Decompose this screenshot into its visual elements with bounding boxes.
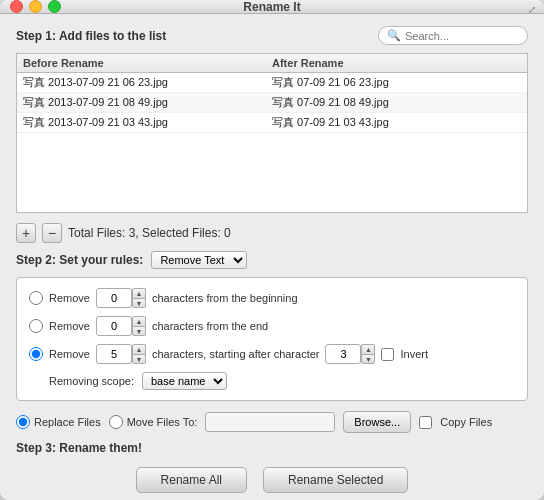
minimize-button[interactable] bbox=[29, 0, 42, 13]
main-window: Rename It ⤢ Step 1: Add files to the lis… bbox=[0, 0, 544, 500]
replace-radio[interactable] bbox=[16, 415, 30, 429]
file-table: Before Rename After Rename 写真 2013-07-09… bbox=[16, 53, 528, 213]
table-footer: + − Total Files: 3, Selected Files: 0 bbox=[16, 223, 528, 243]
scope-label: Removing scope: bbox=[49, 375, 134, 387]
rule3-up[interactable]: ▲ bbox=[132, 344, 146, 354]
rule3-radio[interactable] bbox=[29, 347, 43, 361]
rule-panel: Remove ▲ ▼ characters from the beginning… bbox=[16, 277, 528, 401]
step2-header: Step 2: Set your rules: Remove TextAdd T… bbox=[16, 251, 528, 269]
table-header: Before Rename After Rename bbox=[17, 54, 527, 73]
rule1-up[interactable]: ▲ bbox=[132, 288, 146, 298]
rule3-char-down[interactable]: ▼ bbox=[361, 354, 375, 364]
move-radio-item: Move Files To: bbox=[109, 415, 198, 429]
rule2-stepper-group: ▲ ▼ bbox=[96, 316, 146, 336]
step3-label-container: Step 3: Rename them! bbox=[16, 441, 528, 455]
rule-row-2: Remove ▲ ▼ characters from the end bbox=[29, 316, 515, 336]
search-icon: 🔍 bbox=[387, 29, 401, 42]
invert-label: Invert bbox=[400, 348, 428, 360]
rule3-char-stepper-group: ▲ ▼ bbox=[325, 344, 375, 364]
step1-header: Step 1: Add files to the list 🔍 bbox=[16, 26, 528, 45]
rule1-stepper: ▲ ▼ bbox=[132, 288, 146, 308]
content-area: Step 1: Add files to the list 🔍 Before R… bbox=[0, 14, 544, 500]
remove-file-button[interactable]: − bbox=[42, 223, 62, 243]
rule2-radio[interactable] bbox=[29, 319, 43, 333]
copy-label: Copy Files bbox=[440, 416, 492, 428]
resize-handle[interactable]: ⤢ bbox=[528, 4, 540, 16]
rule2-text: characters from the end bbox=[152, 320, 268, 332]
before-cell: 写真 2013-07-09 21 03 43.jpg bbox=[23, 115, 272, 130]
after-cell: 写真 07-09 21 03 43.jpg bbox=[272, 115, 521, 130]
traffic-lights bbox=[10, 0, 61, 13]
rule2-down[interactable]: ▼ bbox=[132, 326, 146, 336]
rename-all-button[interactable]: Rename All bbox=[136, 467, 247, 493]
col-before: Before Rename bbox=[23, 57, 272, 69]
rule3-char-number[interactable] bbox=[325, 344, 361, 364]
rule1-text: characters from the beginning bbox=[152, 292, 298, 304]
search-box: 🔍 bbox=[378, 26, 528, 45]
after-cell: 写真 07-09 21 08 49.jpg bbox=[272, 95, 521, 110]
replace-radio-item: Replace Files bbox=[16, 415, 101, 429]
rule-row-1: Remove ▲ ▼ characters from the beginning bbox=[29, 288, 515, 308]
scope-select[interactable]: base nameextensionfull name bbox=[142, 372, 227, 390]
search-input[interactable] bbox=[405, 30, 525, 42]
copy-checkbox[interactable] bbox=[419, 416, 432, 429]
replace-label: Replace Files bbox=[34, 416, 101, 428]
before-cell: 写真 2013-07-09 21 08 49.jpg bbox=[23, 95, 272, 110]
move-path-input[interactable] bbox=[205, 412, 335, 432]
rule1-number[interactable] bbox=[96, 288, 132, 308]
files-info: Total Files: 3, Selected Files: 0 bbox=[68, 226, 231, 240]
rule-select[interactable]: Remove TextAdd TextReplace TextNumber Fi… bbox=[151, 251, 247, 269]
titlebar: Rename It ⤢ bbox=[0, 0, 544, 14]
step2-label: Step 2: Set your rules: bbox=[16, 253, 143, 267]
before-cell: 写真 2013-07-09 21 06 23.jpg bbox=[23, 75, 272, 90]
rule1-down[interactable]: ▼ bbox=[132, 298, 146, 308]
move-label: Move Files To: bbox=[127, 416, 198, 428]
invert-checkbox[interactable] bbox=[381, 348, 394, 361]
move-radio[interactable] bbox=[109, 415, 123, 429]
maximize-button[interactable] bbox=[48, 0, 61, 13]
rule3-down[interactable]: ▼ bbox=[132, 354, 146, 364]
browse-button[interactable]: Browse... bbox=[343, 411, 411, 433]
add-file-button[interactable]: + bbox=[16, 223, 36, 243]
table-row[interactable]: 写真 2013-07-09 21 06 23.jpg写真 07-09 21 06… bbox=[17, 73, 527, 93]
table-body: 写真 2013-07-09 21 06 23.jpg写真 07-09 21 06… bbox=[17, 73, 527, 133]
scope-row: Removing scope: base nameextensionfull n… bbox=[29, 372, 515, 390]
rule3-stepper: ▲ ▼ bbox=[132, 344, 146, 364]
table-row[interactable]: 写真 2013-07-09 21 08 49.jpg写真 07-09 21 08… bbox=[17, 93, 527, 113]
step3-label: Step 3: Rename them! bbox=[16, 441, 142, 455]
window-title: Rename It bbox=[243, 0, 300, 14]
rule1-stepper-group: ▲ ▼ bbox=[96, 288, 146, 308]
rule3-number[interactable] bbox=[96, 344, 132, 364]
rule2-number[interactable] bbox=[96, 316, 132, 336]
rule3-char-up[interactable]: ▲ bbox=[361, 344, 375, 354]
action-row: Rename All Rename Selected bbox=[16, 467, 528, 493]
rule2-up[interactable]: ▲ bbox=[132, 316, 146, 326]
rule3-char-stepper: ▲ ▼ bbox=[361, 344, 375, 364]
after-cell: 写真 07-09 21 06 23.jpg bbox=[272, 75, 521, 90]
destination-row: Replace Files Move Files To: Browse... C… bbox=[16, 411, 528, 433]
rule2-stepper: ▲ ▼ bbox=[132, 316, 146, 336]
rule1-radio[interactable] bbox=[29, 291, 43, 305]
rule-row-3: Remove ▲ ▼ characters, starting after ch… bbox=[29, 344, 515, 364]
rename-selected-button[interactable]: Rename Selected bbox=[263, 467, 408, 493]
table-row[interactable]: 写真 2013-07-09 21 03 43.jpg写真 07-09 21 03… bbox=[17, 113, 527, 133]
rule3-stepper-group: ▲ ▼ bbox=[96, 344, 146, 364]
close-button[interactable] bbox=[10, 0, 23, 13]
col-after: After Rename bbox=[272, 57, 521, 69]
step1-label: Step 1: Add files to the list bbox=[16, 29, 166, 43]
